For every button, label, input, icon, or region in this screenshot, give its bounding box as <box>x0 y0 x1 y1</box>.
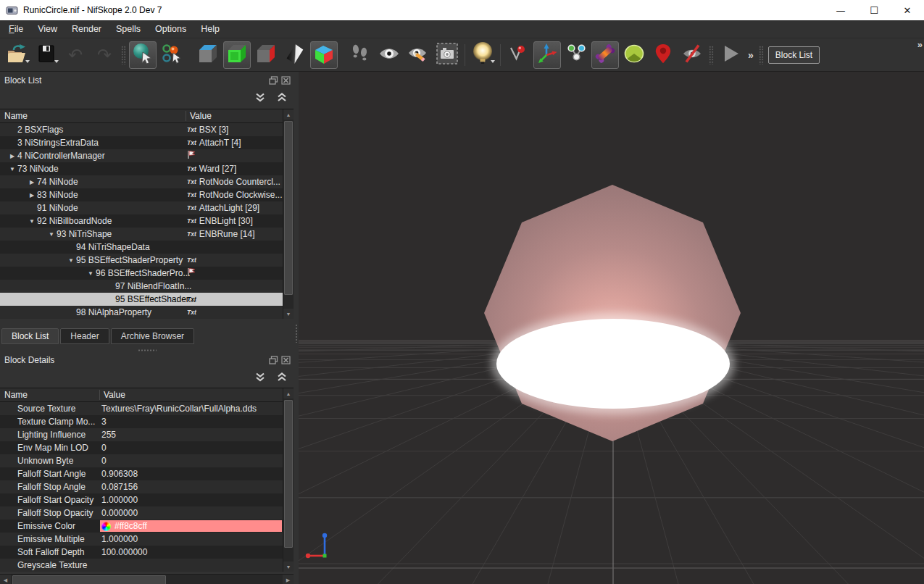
minimize-button[interactable]: — <box>824 0 857 20</box>
expander-expanded-icon[interactable]: ▼ <box>27 218 37 225</box>
toolbar-drag-handle[interactable] <box>759 46 764 64</box>
block-list-combo[interactable]: Block List <box>768 46 820 64</box>
details-row[interactable]: Falloff Start Angle0.906308 <box>0 467 294 480</box>
block-details-vscrollbar[interactable]: ▲ ▼ <box>283 388 294 572</box>
tree-row[interactable]: 2 BSXFlagsTxtBSX [3] <box>0 123 294 136</box>
tab-block-list[interactable]: Block List <box>1 328 59 344</box>
hide-hidden-button[interactable] <box>678 41 706 69</box>
tab-header[interactable]: Header <box>60 328 109 344</box>
scroll-up-icon[interactable]: ▲ <box>283 109 294 120</box>
tree-row[interactable]: 94 NiTriShapeData <box>0 241 294 254</box>
close-button[interactable]: ✕ <box>891 0 924 20</box>
toolbar-overflow-icon[interactable]: » <box>917 39 923 50</box>
close-panel-icon[interactable] <box>281 76 291 85</box>
tree-row-selected[interactable]: 95 BSEffectShader...Txt <box>0 293 294 306</box>
menu-render[interactable]: Render <box>64 22 109 36</box>
redo-button[interactable]: ↷ <box>91 41 118 69</box>
flip-view-button[interactable] <box>281 41 309 69</box>
details-row[interactable]: Falloff Stop Opacity0.000000 <box>0 506 294 520</box>
expander-expanded-icon[interactable]: ▼ <box>86 270 96 277</box>
toolbar-drag-handle[interactable] <box>121 46 126 64</box>
view-visible-button[interactable] <box>375 41 403 69</box>
tree-row[interactable]: ▼96 BSEffectShaderPro... <box>0 267 294 280</box>
draw-axes-button[interactable] <box>533 41 561 69</box>
details-row[interactable]: Greyscale Texture <box>0 559 294 572</box>
details-row[interactable]: Lighting Influence255 <box>0 428 294 441</box>
collapse-all-icon[interactable] <box>254 92 266 105</box>
tree-row[interactable]: 91 NiNodeTxtAttachLight [29] <box>0 201 294 214</box>
tree-row[interactable]: ▶74 NiNodeTxtRotNode Countercl... <box>0 175 294 188</box>
column-header-value[interactable]: Value <box>104 390 125 400</box>
draw-nodes-button[interactable] <box>504 41 532 69</box>
view-top-button[interactable] <box>194 41 222 69</box>
toolbar-overflow-icon[interactable]: » <box>745 49 757 61</box>
details-row[interactable]: Falloff Stop Angle0.087156 <box>0 480 294 493</box>
dropdown-arrow-icon[interactable] <box>25 60 30 65</box>
walk-mode-button[interactable] <box>346 41 374 69</box>
details-row[interactable]: Falloff Start Opacity1.000000 <box>0 493 294 506</box>
scroll-left-icon[interactable]: ◀ <box>0 575 11 584</box>
details-row[interactable]: Source TextureTextures\Fray\RunicCollar\… <box>0 402 294 415</box>
toolbar-drag-handle[interactable] <box>709 46 714 64</box>
scroll-down-icon[interactable]: ▼ <box>283 562 294 572</box>
undo-button[interactable]: ↶ <box>62 41 89 69</box>
column-header-name[interactable]: Name <box>0 390 28 400</box>
play-animation-button[interactable] <box>717 41 744 69</box>
block-details-hscrollbar[interactable]: ◀ ▶ <box>0 574 294 584</box>
draw-constraints-button[interactable] <box>562 41 590 69</box>
dropdown-arrow-icon[interactable] <box>491 60 495 65</box>
lighting-button[interactable] <box>469 41 496 69</box>
dock-splitter-handle[interactable] <box>138 349 157 351</box>
expander-expanded-icon[interactable]: ▼ <box>66 257 76 264</box>
expander-collapsed-icon[interactable]: ▶ <box>27 192 37 199</box>
tab-archive-browser[interactable]: Archive Browser <box>111 328 194 344</box>
draw-furniture-button[interactable] <box>620 41 648 69</box>
expander-collapsed-icon[interactable]: ▶ <box>7 153 17 159</box>
dropdown-arrow-icon[interactable] <box>54 60 59 65</box>
tree-row[interactable]: ▶4 NiControllerManager <box>0 149 294 162</box>
expander-expanded-icon[interactable]: ▼ <box>7 166 17 172</box>
tree-row[interactable]: 97 NiBlendFloatIn... <box>0 280 294 293</box>
save-button[interactable] <box>33 41 60 69</box>
scroll-up-icon[interactable]: ▲ <box>283 388 294 399</box>
details-row[interactable]: Emissive Color#ff8c8cff <box>0 520 294 533</box>
tree-row[interactable]: ▼93 NiTriShapeTxtENBRune [14] <box>0 228 294 241</box>
open-button[interactable] <box>4 41 31 69</box>
screenshot-button[interactable] <box>433 41 461 69</box>
draw-havok-button[interactable] <box>591 41 619 69</box>
details-row[interactable]: Unknown Byte0 <box>0 454 294 467</box>
tree-row[interactable]: 98 NiAlphaPropertyTxt <box>0 306 294 319</box>
scroll-right-icon[interactable]: ▶ <box>283 575 294 584</box>
emissive-color-swatch[interactable]: #ff8c8cff <box>100 520 282 532</box>
menu-view[interactable]: View <box>30 22 64 36</box>
view-side-button[interactable] <box>252 41 280 69</box>
details-row[interactable]: Env Map Min LOD0 <box>0 441 294 454</box>
scroll-down-icon[interactable]: ▼ <box>283 309 294 319</box>
menu-help[interactable]: Help <box>193 22 227 36</box>
tree-row[interactable]: 3 NiStringsExtraDataTxtAttachT [4] <box>0 136 294 149</box>
expander-expanded-icon[interactable]: ▼ <box>46 231 57 238</box>
float-panel-icon[interactable] <box>269 76 278 85</box>
menu-file[interactable]: File <box>1 22 30 36</box>
render-viewport[interactable] <box>299 72 924 584</box>
tree-row[interactable]: ▼73 NiNodeTxtWard [27] <box>0 162 294 175</box>
menu-spells[interactable]: Spells <box>109 22 148 36</box>
view-edit-button[interactable] <box>404 41 432 69</box>
expand-all-icon[interactable] <box>276 92 288 105</box>
tree-row[interactable]: ▼92 NiBillboardNodeTxtENBLight [30] <box>0 214 294 228</box>
details-row[interactable]: Emissive Multiple1.000000 <box>0 533 294 546</box>
maximize-button[interactable]: ☐ <box>857 0 891 20</box>
column-header-value[interactable]: Value <box>190 111 212 121</box>
tree-row[interactable]: ▶83 NiNodeTxtRotNode Clockwise... <box>0 188 294 201</box>
block-list-vscrollbar[interactable]: ▲ ▼ <box>283 109 294 319</box>
expander-collapsed-icon[interactable]: ▶ <box>27 179 37 185</box>
details-row[interactable]: Texture Clamp Mo...3 <box>0 415 294 428</box>
details-row[interactable]: Soft Falloff Depth100.000000 <box>0 546 294 559</box>
column-header-name[interactable]: Name <box>0 111 28 121</box>
select-object-button[interactable] <box>129 41 157 69</box>
close-panel-icon[interactable] <box>281 356 291 364</box>
draw-markers-button[interactable] <box>649 41 677 69</box>
view-front-button[interactable] <box>223 41 251 69</box>
expand-all-icon[interactable] <box>276 372 288 385</box>
collapse-all-icon[interactable] <box>254 372 266 385</box>
